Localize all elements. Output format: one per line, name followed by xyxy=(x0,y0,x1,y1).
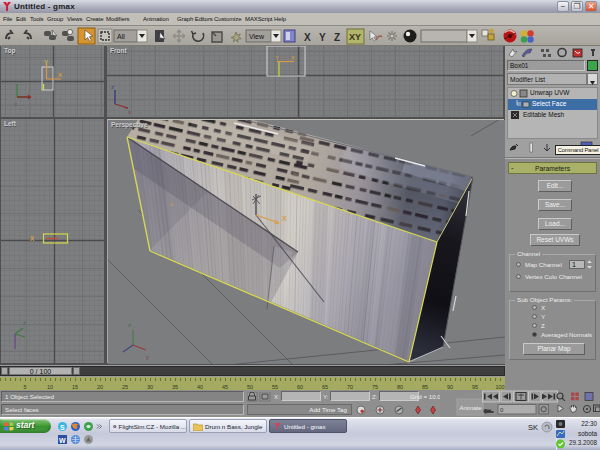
svg-text:X: X xyxy=(58,72,62,78)
svg-text:X: X xyxy=(30,235,35,242)
svg-text:z: z xyxy=(128,322,131,328)
svg-text:W: W xyxy=(59,437,66,444)
svg-text:z: z xyxy=(111,84,114,90)
svg-text:X: X xyxy=(282,215,287,222)
svg-text:x: x xyxy=(14,101,17,107)
svg-text:Z: Z xyxy=(334,32,340,43)
svg-text:S: S xyxy=(60,424,65,431)
svg-text:All: All xyxy=(117,33,125,40)
svg-text:z: z xyxy=(23,320,26,326)
svg-text:Y: Y xyxy=(44,59,49,66)
svg-text:View: View xyxy=(249,33,265,40)
svg-text:y: y xyxy=(146,354,149,360)
svg-text:x: x xyxy=(128,109,131,115)
svg-text:Y: Y xyxy=(275,55,279,61)
svg-text:X: X xyxy=(304,32,311,43)
svg-text:XY: XY xyxy=(349,32,361,42)
svg-text:Y: Y xyxy=(319,32,326,43)
svg-text:Animate: Animate xyxy=(460,405,483,411)
svg-text:X: X xyxy=(291,55,295,61)
svg-text:x: x xyxy=(170,201,173,207)
